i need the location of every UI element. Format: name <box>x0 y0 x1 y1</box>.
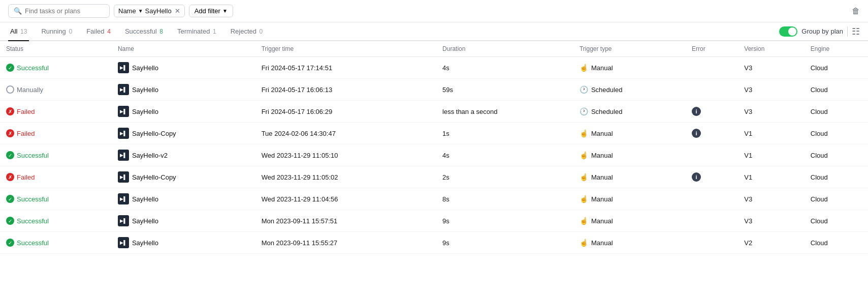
table-row[interactable]: Manually ▶▌ SayHello Fri 2024-05-17 16:0… <box>0 79 868 101</box>
right-controls: Group by plan ☷ <box>779 26 860 37</box>
plan-name: ▶▌ SayHello <box>118 237 249 248</box>
duration-value: 9s <box>442 217 449 225</box>
fail-icon: ✗ <box>6 129 14 137</box>
name-cell[interactable]: ▶▌ SayHello <box>112 101 255 123</box>
col-engine: Engine <box>805 41 868 57</box>
error-cell: i <box>686 123 738 144</box>
manual-icon <box>6 85 14 94</box>
trash-button[interactable]: 🗑 <box>852 7 860 16</box>
name-filter-chip[interactable]: Name ▼ SayHello ✕ <box>114 5 185 17</box>
table-row[interactable]: ✗ Failed ▶▌ SayHello Fri 2024-05-17 16:0… <box>0 101 868 123</box>
trigger-time-cell: Tue 2024-02-06 14:30:47 <box>255 123 436 144</box>
table-row[interactable]: ✓ Successful ▶▌ SayHello Mon 2023-09-11 … <box>0 232 868 254</box>
name-cell[interactable]: ▶▌ SayHello <box>112 57 255 79</box>
trigger-time-cell: Fri 2024-05-17 16:06:13 <box>255 79 436 101</box>
duration-value: less than a second <box>442 108 497 115</box>
engine-value: Cloud <box>811 152 828 159</box>
tab-all[interactable]: All 13 <box>8 22 29 41</box>
trigger-time-value: Mon 2023-09-11 15:57:51 <box>262 217 338 225</box>
status-cell: ✗ Failed <box>0 101 112 123</box>
table-row[interactable]: ✓ Successful ▶▌ SayHello Mon 2023-09-11 … <box>0 210 868 232</box>
name-cell[interactable]: ▶▌ SayHello <box>112 79 255 101</box>
tab-all-label: All <box>10 27 19 35</box>
task-name[interactable]: SayHello-Copy <box>132 173 176 181</box>
name-cell[interactable]: ▶▌ SayHello-Copy <box>112 123 255 144</box>
trigger-type: 🕐 Scheduled <box>580 85 680 94</box>
engine-value: Cloud <box>811 217 828 225</box>
task-name[interactable]: SayHello <box>132 239 158 247</box>
duration-cell: 1s <box>436 123 573 144</box>
engine-cell: Cloud <box>805 166 868 188</box>
table-row[interactable]: ✗ Failed ▶▌ SayHello-Copy Tue 2024-02-06… <box>0 123 868 144</box>
success-icon: ✓ <box>6 195 14 203</box>
name-cell[interactable]: ▶▌ SayHello <box>112 232 255 254</box>
duration-cell: 9s <box>436 232 573 254</box>
tab-rejected[interactable]: Rejected 0 <box>229 22 265 41</box>
search-input[interactable] <box>25 7 104 15</box>
status-label: Failed <box>17 130 35 137</box>
search-box[interactable]: 🔍 <box>8 4 110 18</box>
trigger-type-label: Manual <box>591 152 613 159</box>
tab-rejected-count: 0 <box>260 28 263 35</box>
version-cell: V3 <box>738 79 805 101</box>
plan-name: ▶▌ SayHello <box>118 193 249 204</box>
trigger-type-label: Manual <box>591 217 613 225</box>
tasks-table: Status Name Trigger time Duration Trigge… <box>0 41 868 254</box>
task-name[interactable]: SayHello <box>132 195 158 203</box>
error-info-icon[interactable]: i <box>692 107 701 116</box>
group-by-plan-toggle[interactable] <box>779 26 797 37</box>
table-row[interactable]: ✓ Successful ▶▌ SayHello Wed 2023-11-29 … <box>0 188 868 210</box>
error-info-icon[interactable]: i <box>692 172 701 182</box>
engine-cell: Cloud <box>805 144 868 166</box>
tab-terminated[interactable]: Terminated 1 <box>175 22 218 41</box>
filter-name-label: Name <box>118 7 136 15</box>
task-name[interactable]: SayHello <box>132 64 158 72</box>
plan-symbol-icon: ▶▌ <box>118 150 129 161</box>
plan-name: ▶▌ SayHello-v2 <box>118 150 249 161</box>
add-filter-button[interactable]: Add filter ▼ <box>189 5 233 17</box>
manual-trigger-icon: ☝ <box>580 151 588 159</box>
task-name[interactable]: SayHello <box>132 86 158 94</box>
version-cell: V3 <box>738 101 805 123</box>
trigger-type: ☝ Manual <box>580 64 680 72</box>
duration-value: 2s <box>442 173 449 181</box>
trigger-type: ☝ Manual <box>580 173 680 181</box>
version-cell: V3 <box>738 57 805 79</box>
plan-symbol-icon: ▶▌ <box>118 128 129 139</box>
add-filter-label: Add filter <box>195 7 220 15</box>
tab-successful[interactable]: Successful 8 <box>123 22 165 41</box>
name-cell[interactable]: ▶▌ SayHello <box>112 188 255 210</box>
name-cell[interactable]: ▶▌ SayHello <box>112 210 255 232</box>
error-info-icon[interactable]: i <box>692 129 701 138</box>
plan-symbol-icon: ▶▌ <box>118 84 129 95</box>
manual-trigger-icon: ☝ <box>580 129 588 137</box>
fail-icon: ✗ <box>6 173 14 181</box>
task-name[interactable]: SayHello <box>132 217 158 225</box>
duration-cell: 8s <box>436 188 573 210</box>
status-cell: ✗ Failed <box>0 123 112 144</box>
status-label: Manually <box>17 86 43 94</box>
task-name[interactable]: SayHello <box>132 108 158 115</box>
grid-view-icon[interactable]: ☷ <box>852 26 860 37</box>
version-value: V1 <box>744 152 752 159</box>
tab-failed[interactable]: Failed 4 <box>84 22 113 41</box>
trigger-type: ☝ Manual <box>580 195 680 203</box>
table-row[interactable]: ✓ Successful ▶▌ SayHello-v2 Wed 2023-11-… <box>0 144 868 166</box>
tab-failed-label: Failed <box>86 27 106 35</box>
trigger-type-label: Scheduled <box>591 108 622 115</box>
col-status: Status <box>0 41 112 57</box>
tab-running[interactable]: Running 0 <box>39 22 74 41</box>
name-cell[interactable]: ▶▌ SayHello-v2 <box>112 144 255 166</box>
trigger-time-value: Fri 2024-05-17 17:14:51 <box>262 64 332 72</box>
task-name[interactable]: SayHello-v2 <box>132 152 168 159</box>
table-row[interactable]: ✗ Failed ▶▌ SayHello-Copy Wed 2023-11-29… <box>0 166 868 188</box>
table-row[interactable]: ✓ Successful ▶▌ SayHello Fri 2024-05-17 … <box>0 57 868 79</box>
trigger-type-cell: ☝ Manual <box>573 144 686 166</box>
task-name[interactable]: SayHello-Copy <box>132 130 176 137</box>
trigger-time-cell: Mon 2023-09-11 15:57:51 <box>255 210 436 232</box>
remove-filter-button[interactable]: ✕ <box>175 7 180 15</box>
name-cell[interactable]: ▶▌ SayHello-Copy <box>112 166 255 188</box>
trigger-type-cell: ☝ Manual <box>573 166 686 188</box>
status-badge: ✓ Successful <box>6 151 106 159</box>
status-badge: ✗ Failed <box>6 173 106 181</box>
